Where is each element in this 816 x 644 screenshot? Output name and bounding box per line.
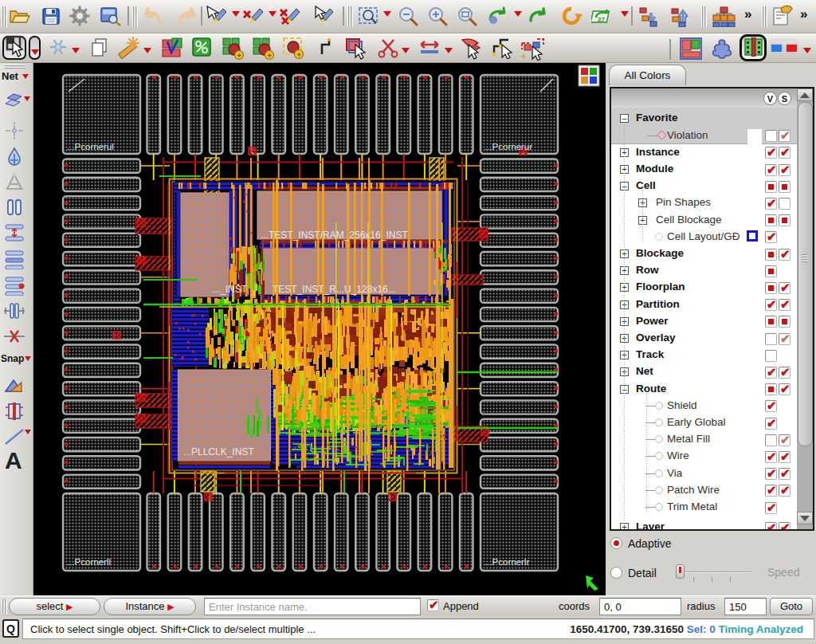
svg-text:...Pcornerul: ...Pcornerul bbox=[67, 142, 114, 151]
svg-text:..._INST: ..._INST bbox=[212, 284, 248, 295]
svg-text:...Pcornerur: ...Pcornerur bbox=[484, 142, 532, 151]
svg-text:+: + bbox=[297, 51, 301, 59]
svg-text:...Pcornerlr: ...Pcornerlr bbox=[484, 557, 529, 567]
svg-text:...TEST_INST/RAM_256x16_INST: ...TEST_INST/RAM_256x16_INST bbox=[261, 230, 408, 241]
svg-text:+: + bbox=[237, 52, 241, 60]
svg-text:...PLLCLK_INST: ...PLLCLK_INST bbox=[183, 446, 254, 457]
svg-text:+: + bbox=[521, 52, 526, 61]
svg-text:27: 27 bbox=[598, 16, 605, 23]
svg-text:+: + bbox=[268, 52, 272, 60]
svg-text:...Pcornerll: ...Pcornerll bbox=[67, 557, 111, 567]
svg-text:TEST_INST_R...U_128x16...: TEST_INST_R...U_128x16... bbox=[273, 284, 396, 295]
